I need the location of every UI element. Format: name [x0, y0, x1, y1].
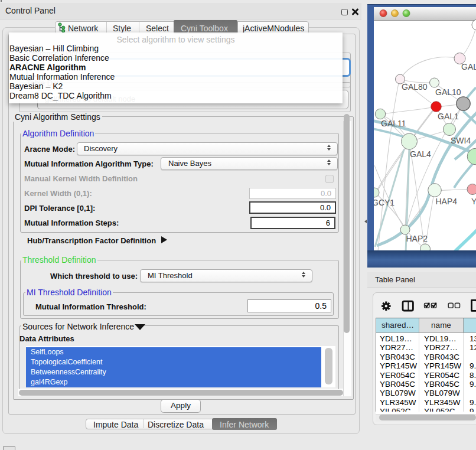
svg-text:YJ: YJ — [471, 197, 476, 206]
svg-text:GAL10: GAL10 — [435, 87, 461, 97]
svg-text:GAL80: GAL80 — [402, 82, 428, 92]
svg-text:GAL4: GAL4 — [410, 149, 431, 159]
svg-text:GAL11: GAL11 — [381, 119, 406, 128]
svg-text:GAL7: GAL7 — [461, 62, 476, 71]
svg-text:SWI4: SWI4 — [451, 136, 471, 145]
svg-text:HAP2: HAP2 — [406, 234, 428, 243]
svg-text:GCY1: GCY1 — [374, 198, 395, 207]
svg-text:GAL1: GAL1 — [438, 112, 459, 121]
svg-text:HAP4: HAP4 — [436, 197, 458, 206]
